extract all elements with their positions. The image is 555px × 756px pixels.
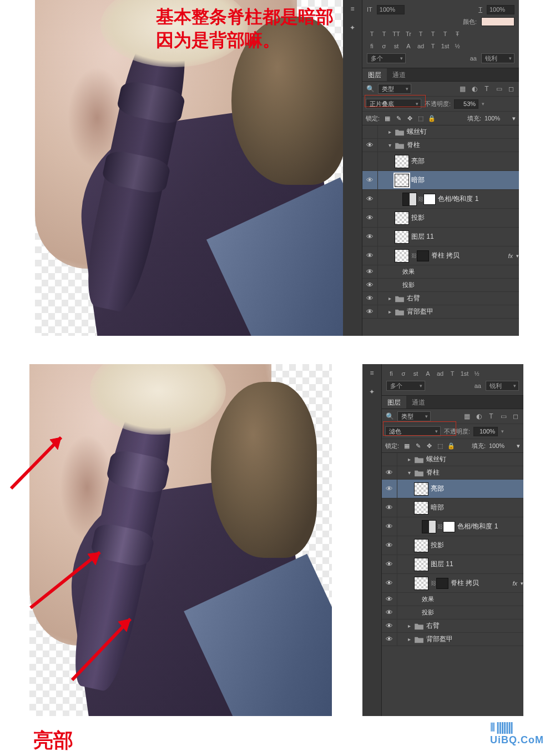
search-icon[interactable]: 🔍 — [385, 412, 394, 421]
faux-italic-button[interactable]: T — [379, 29, 389, 38]
filter-text-icon[interactable]: T — [487, 412, 496, 421]
strike-button[interactable]: Ŧ — [452, 29, 462, 38]
visibility-toggle[interactable]: 👁 — [382, 555, 397, 573]
language-dropdown[interactable]: 多个▾ — [386, 381, 425, 391]
titling-button[interactable]: T — [447, 369, 457, 378]
smallcaps-button[interactable]: Tr — [403, 29, 413, 38]
group-rightarm[interactable]: 👁 ▸右臂 — [362, 292, 519, 305]
visibility-toggle[interactable]: 👁 — [362, 139, 378, 152]
tab-layers[interactable]: 图层 — [362, 68, 387, 81]
allcaps-button[interactable]: TT — [391, 29, 401, 38]
tab-layers[interactable]: 图层 — [382, 396, 406, 409]
swash-button[interactable]: A — [423, 369, 433, 378]
tab-channels[interactable]: 通道 — [406, 396, 431, 409]
visibility-toggle[interactable]: 👁 — [382, 498, 397, 517]
swash-button[interactable]: A — [403, 42, 413, 51]
opacity-value[interactable]: 100% — [473, 427, 498, 436]
ligature-button[interactable]: fi — [367, 42, 377, 51]
visibility-toggle[interactable]: 👁 — [362, 279, 378, 291]
paragraph-panel-icon[interactable]: ≡ — [366, 367, 377, 379]
fill-value[interactable]: 100% — [489, 442, 513, 449]
group-spine[interactable]: 👁 ▾脊柱 — [382, 466, 523, 480]
visibility-toggle[interactable]: 👁 — [382, 517, 397, 536]
discretionary-button[interactable]: st — [411, 369, 421, 378]
styles-panel-icon[interactable]: ✦ — [366, 386, 377, 397]
layer-spine-copy[interactable]: 👁 ⛓脊柱 拷贝fx▾ — [382, 574, 523, 593]
text-color-swatch[interactable] — [481, 17, 514, 26]
visibility-toggle[interactable]: 👁 — [382, 633, 397, 646]
filter-pixel-icon[interactable]: ▦ — [462, 412, 471, 421]
lock-all-icon[interactable]: 🔒 — [427, 114, 436, 123]
visibility-toggle[interactable]: 👁 — [362, 292, 378, 305]
fx-effects[interactable]: 👁 效果 — [362, 265, 519, 279]
group-spine[interactable]: 👁 ▾脊柱 — [362, 139, 519, 152]
titling-button[interactable]: T — [428, 42, 438, 51]
language-dropdown[interactable]: 多个▾ — [367, 53, 406, 63]
lock-paint-icon[interactable]: ✎ — [413, 441, 422, 450]
faux-bold-button[interactable]: T — [367, 29, 377, 38]
styles-panel-icon[interactable]: ✦ — [347, 22, 358, 33]
layer-shadow[interactable]: 👁 投影 — [362, 209, 519, 228]
contextual-button[interactable]: σ — [398, 369, 408, 378]
tracking-value[interactable]: 100% — [377, 5, 405, 14]
visibility-toggle[interactable]: 👁 — [362, 265, 378, 278]
superscript-button[interactable]: T — [416, 29, 426, 38]
antialiasing-dropdown[interactable]: 锐利▾ — [481, 53, 514, 63]
visibility-toggle[interactable]: 👁 — [362, 190, 378, 208]
visibility-toggle[interactable]: 👁 — [382, 574, 397, 592]
discretionary-button[interactable]: st — [391, 42, 401, 51]
filter-adjust-icon[interactable]: ◐ — [470, 84, 479, 93]
layer-highlight[interactable]: 👁 亮部 — [382, 480, 523, 498]
visibility-toggle[interactable]: 👁 — [382, 593, 397, 606]
lock-position-icon[interactable]: ✥ — [405, 114, 414, 123]
blend-mode-dropdown[interactable]: 正片叠底▾ — [366, 99, 421, 109]
filter-smart-icon[interactable]: ◻ — [511, 412, 520, 421]
filter-shape-icon[interactable]: ▭ — [495, 84, 503, 93]
ligature-button[interactable]: fi — [386, 369, 396, 378]
filter-type-dropdown[interactable]: 类型▾ — [397, 411, 431, 421]
contextual-button[interactable]: σ — [379, 42, 389, 51]
filter-text-icon[interactable]: T — [482, 84, 491, 93]
visibility-toggle[interactable]: 👁 — [382, 480, 397, 498]
stylistic-button[interactable]: ad — [435, 369, 445, 378]
visibility-toggle[interactable] — [362, 152, 378, 170]
search-icon[interactable]: 🔍 — [366, 84, 375, 93]
fractions-button[interactable]: ½ — [452, 42, 462, 51]
layer-layer11[interactable]: 👁 图层 11 — [362, 228, 519, 246]
layer-shadow[interactable]: 👁 投影 — [382, 536, 523, 555]
baseline-value[interactable]: 100% — [487, 5, 514, 14]
ordinals-button[interactable]: 1st — [460, 369, 470, 378]
visibility-toggle[interactable]: 👁 — [362, 209, 378, 227]
layer-dark[interactable]: 👁 暗部 — [382, 498, 523, 517]
visibility-toggle[interactable] — [382, 453, 397, 466]
visibility-toggle[interactable]: 👁 — [382, 536, 397, 555]
group-rightarm[interactable]: 👁 ▸右臂 — [382, 619, 523, 633]
visibility-toggle[interactable]: 👁 — [382, 606, 397, 619]
group-screws[interactable]: ▸螺丝钉 — [362, 125, 519, 139]
blend-mode-dropdown[interactable]: 滤色▾ — [385, 426, 441, 436]
lock-position-icon[interactable]: ✥ — [425, 441, 433, 450]
layer-highlight[interactable]: 亮部 — [362, 152, 519, 171]
fractions-button[interactable]: ½ — [472, 369, 482, 378]
paragraph-panel-icon[interactable]: ≡ — [347, 3, 358, 14]
layer-hue-sat[interactable]: 👁 ⛓色相/饱和度 1 — [382, 517, 523, 536]
layer-layer11[interactable]: 👁 图层 11 — [382, 555, 523, 574]
visibility-toggle[interactable]: 👁 — [362, 246, 378, 265]
layer-spine-copy[interactable]: 👁 ⛓脊柱 拷贝fx▾ — [362, 246, 519, 265]
visibility-toggle[interactable]: 👁 — [382, 466, 397, 479]
subscript-button[interactable]: T — [428, 29, 438, 38]
lock-all-icon[interactable]: 🔒 — [447, 441, 456, 450]
layer-hue-sat[interactable]: 👁 ⛓色相/饱和度 1 — [362, 190, 519, 209]
visibility-toggle[interactable]: 👁 — [382, 619, 397, 632]
fill-value[interactable]: 100% — [485, 115, 509, 122]
fx-dropshadow[interactable]: 👁 投影 — [362, 279, 519, 292]
visibility-toggle[interactable]: 👁 — [362, 305, 378, 318]
lock-pixels-icon[interactable]: ▦ — [402, 441, 411, 450]
fx-effects[interactable]: 👁 效果 — [382, 593, 523, 606]
lock-artboard-icon[interactable]: ⬚ — [436, 441, 445, 450]
group-backarmor[interactable]: 👁 ▸背部盔甲 — [362, 305, 519, 319]
filter-shape-icon[interactable]: ▭ — [499, 412, 508, 421]
lock-paint-icon[interactable]: ✎ — [394, 114, 403, 123]
filter-pixel-icon[interactable]: ▦ — [458, 84, 467, 93]
layer-dark[interactable]: 👁 暗部 — [362, 171, 519, 190]
